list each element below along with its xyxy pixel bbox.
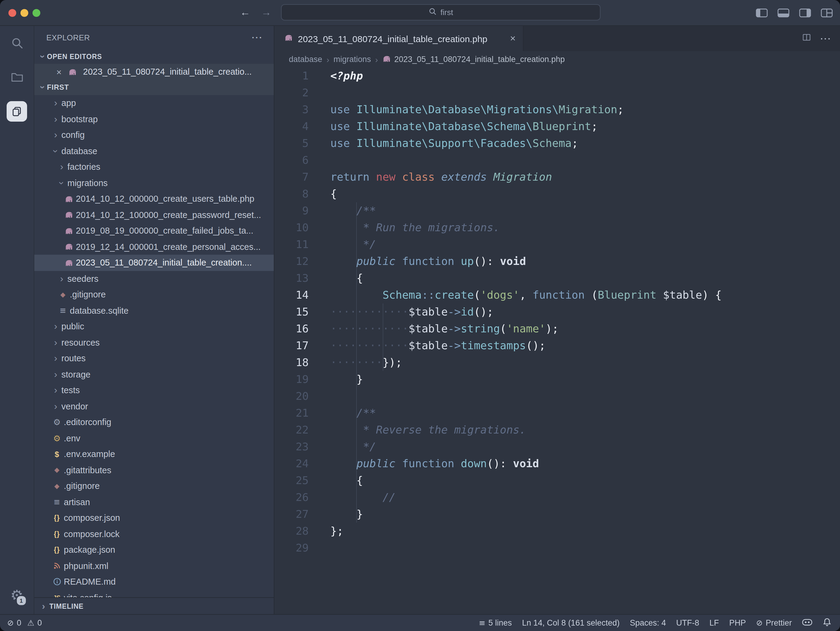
- status-eol[interactable]: LF: [709, 618, 719, 627]
- tree-file-.editorconfig[interactable]: ⚙.editorconfig: [34, 414, 274, 430]
- status-problems-warnings[interactable]: ⚠0: [27, 618, 42, 627]
- code-line: 17············$table->timestamps();: [275, 337, 840, 354]
- tree-folder-tests[interactable]: ›tests: [34, 382, 274, 398]
- zoom-window-button[interactable]: [33, 9, 40, 17]
- go-back-button[interactable]: ←: [240, 6, 250, 19]
- breadcrumb-item[interactable]: migrations: [333, 55, 371, 64]
- open-editor-item[interactable]: ×2023_05_11_080724_initial_table_creatio…: [34, 64, 274, 79]
- tree-file-.gitignore[interactable]: ◆.gitignore: [34, 286, 274, 302]
- item-label: storage: [62, 370, 90, 380]
- status-formatter[interactable]: ⊘Prettier: [756, 618, 792, 627]
- folder-view-button[interactable]: [10, 68, 24, 86]
- close-window-button[interactable]: [8, 9, 16, 17]
- php-icon: [67, 67, 78, 76]
- line-number: 23: [275, 438, 309, 455]
- close-tab-button[interactable]: ×: [510, 33, 516, 44]
- tree-folder-seeders[interactable]: ›seeders: [34, 270, 274, 286]
- open-editors-header[interactable]: › OPEN EDITORS: [34, 49, 274, 64]
- explorer-more-actions-button[interactable]: ···: [252, 33, 263, 42]
- toggle-panel-button[interactable]: [777, 8, 789, 17]
- line-content: ············$table->string('name');: [309, 320, 840, 337]
- code-line: 1<?php: [275, 68, 840, 84]
- item-label: tests: [62, 386, 80, 395]
- tree-file-.gitignore[interactable]: ◆.gitignore: [34, 478, 274, 494]
- item-label: vendor: [62, 402, 88, 411]
- item-label: 2023_05_11_080724_initial_table_creation…: [76, 258, 252, 267]
- tree-folder-migrations[interactable]: ›migrations: [34, 175, 274, 191]
- tree-file-artisan[interactable]: ≡artisan: [34, 494, 274, 510]
- code-line: 15············$table->id();: [275, 304, 840, 320]
- tree-file-package.json[interactable]: {}package.json: [34, 542, 274, 558]
- code-line: 10 * Run the migrations.: [275, 219, 840, 236]
- go-forward-button[interactable]: →: [261, 6, 272, 19]
- code-line: 21 /**: [275, 405, 840, 421]
- tree-folder-resources[interactable]: ›resources: [34, 334, 274, 350]
- toggle-secondary-sidebar-button[interactable]: [799, 8, 811, 17]
- search-view-button[interactable]: [10, 34, 24, 52]
- item-label: 2014_10_12_100000_create_password_reset.…: [76, 210, 261, 220]
- tree-file-database.sqlite[interactable]: ≡database.sqlite: [34, 302, 274, 318]
- project-section-header[interactable]: › FIRST: [34, 79, 274, 95]
- line-content: */: [309, 236, 840, 253]
- tree-folder-routes[interactable]: ›routes: [34, 350, 274, 366]
- toggle-primary-sidebar-button[interactable]: [756, 8, 768, 17]
- tree-folder-storage[interactable]: ›storage: [34, 366, 274, 382]
- status-notifications[interactable]: [823, 617, 832, 628]
- lines-icon: ≡: [51, 498, 63, 507]
- item-label: resources: [62, 338, 99, 348]
- tree-file-2023_05_11_080724_initial_table_creation....[interactable]: 2023_05_11_080724_initial_table_creation…: [34, 255, 274, 270]
- bell-icon: [823, 617, 832, 628]
- breadcrumb-separator: ›: [375, 54, 378, 64]
- item-label: .env.example: [64, 449, 115, 459]
- tree-folder-database[interactable]: ›database: [34, 143, 274, 159]
- tree-file-phpunit.xml[interactable]: phpunit.xml: [34, 558, 274, 574]
- status-cursor-position[interactable]: Ln 14, Col 8 (161 selected): [522, 618, 619, 627]
- tree-folder-factories[interactable]: ›factories: [34, 159, 274, 175]
- tree-file-2014_10_12_000000_create_users_table.php[interactable]: 2014_10_12_000000_create_users_table.php: [34, 191, 274, 207]
- code-editor[interactable]: 1<?php23use Illuminate\Database\Migratio…: [275, 68, 840, 614]
- tree-file-.env[interactable]: ⚙.env: [34, 430, 274, 446]
- tree-file-composer.json[interactable]: {}composer.json: [34, 510, 274, 526]
- tree-folder-public[interactable]: ›public: [34, 318, 274, 334]
- status-problems-errors[interactable]: ⊘0: [7, 618, 21, 627]
- close-editor-button[interactable]: ×: [55, 66, 63, 77]
- tree-folder-app[interactable]: ›app: [34, 95, 274, 111]
- editor-more-actions-button[interactable]: ···: [821, 34, 832, 43]
- tree-folder-bootstrap[interactable]: ›bootstrap: [34, 111, 274, 127]
- line-number: 3: [275, 101, 309, 118]
- breadcrumb-item[interactable]: 2023_05_11_080724_initial_table_creation…: [382, 54, 565, 65]
- tree-file-.env.example[interactable]: $.env.example: [34, 446, 274, 462]
- breadcrumb-item[interactable]: database: [289, 55, 322, 64]
- settings-gear-button[interactable]: ⚙ 1: [10, 587, 23, 604]
- command-center-search[interactable]: first: [281, 4, 600, 21]
- tree-file-README.md[interactable]: README.md: [34, 574, 274, 590]
- split-editor-button[interactable]: [802, 33, 811, 44]
- line-number: 6: [275, 152, 309, 169]
- search-text: first: [441, 8, 453, 17]
- tree-file-2014_10_12_100000_create_password_reset...[interactable]: 2014_10_12_100000_create_password_reset.…: [34, 207, 274, 223]
- status-copilot[interactable]: [802, 618, 812, 628]
- tree-file-2019_12_14_000001_create_personal_acces...[interactable]: 2019_12_14_000001_create_personal_acces.…: [34, 239, 274, 255]
- line-content: Schema::create('dogs', function (Bluepri…: [309, 286, 840, 304]
- copilot-icon: [802, 618, 812, 628]
- editor-tab-active[interactable]: 2023_05_11_080724_initial_table_creation…: [275, 26, 524, 51]
- status-lines-count[interactable]: ≡5 lines: [478, 618, 512, 627]
- explorer-view-button-active[interactable]: [6, 102, 27, 120]
- xml-icon: [51, 562, 63, 570]
- tree-file-2019_08_19_000000_create_failed_jobs_ta...[interactable]: 2019_08_19_000000_create_failed_jobs_ta.…: [34, 223, 274, 239]
- item-label: artisan: [64, 497, 90, 507]
- item-label: 2014_10_12_000000_create_users_table.php: [76, 194, 254, 204]
- status-indentation[interactable]: Spaces: 4: [630, 618, 666, 627]
- minimize-window-button[interactable]: [21, 9, 28, 17]
- status-encoding[interactable]: UTF-8: [676, 618, 699, 627]
- tree-file-composer.lock[interactable]: {}composer.lock: [34, 526, 274, 542]
- tree-file-.gitattributes[interactable]: ◆.gitattributes: [34, 462, 274, 478]
- status-language-mode[interactable]: PHP: [729, 618, 746, 627]
- explorer-title: EXPLORER: [46, 33, 90, 42]
- timeline-section-header[interactable]: › TIMELINE: [34, 597, 274, 614]
- tab-strip: 2023_05_11_080724_initial_table_creation…: [275, 26, 840, 51]
- tree-folder-vendor[interactable]: ›vendor: [34, 398, 274, 414]
- line-number: 21: [275, 405, 309, 421]
- tree-folder-config[interactable]: ›config: [34, 127, 274, 143]
- customize-layout-button[interactable]: [821, 8, 833, 17]
